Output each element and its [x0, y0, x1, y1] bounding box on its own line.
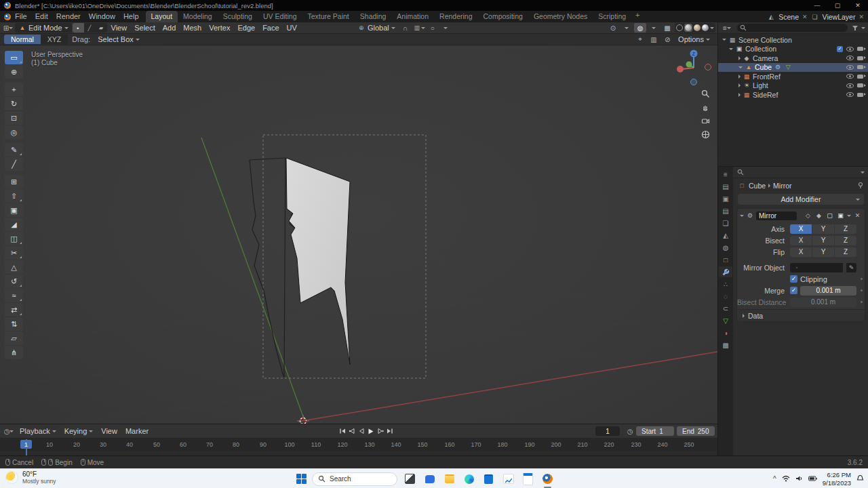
taskbar-icon-calendar[interactable] [521, 472, 535, 486]
filter-funnel-icon[interactable] [852, 25, 859, 31]
current-frame-field[interactable]: 1 [595, 426, 620, 436]
menu-select[interactable]: Select [131, 24, 159, 32]
maximize-button[interactable]: ▢ [827, 0, 848, 11]
display-render-icon[interactable]: ▣ [836, 211, 845, 220]
menu-view[interactable]: View [108, 24, 131, 32]
frame-end-field[interactable]: End250 [677, 426, 715, 436]
workspace-tab-texture-paint[interactable]: Texture Paint [302, 11, 355, 22]
expand-icon[interactable] [738, 56, 741, 60]
row-scene-collection[interactable]: ▦ Scene Collection [718, 35, 868, 45]
flip-x-toggle[interactable]: X [790, 247, 812, 257]
zoom-icon[interactable] [699, 87, 711, 100]
workspace-tab-rendering[interactable]: Rendering [434, 11, 477, 22]
modifier-mini-icon[interactable]: ⚙ [774, 64, 782, 70]
pan-hand-icon[interactable] [699, 101, 711, 113]
tab-object-data[interactable]: ▽ [719, 315, 732, 326]
eyedropper-icon[interactable]: ✎ [846, 263, 856, 272]
workspace-tab-shading[interactable]: Shading [355, 11, 392, 22]
tool-move[interactable]: + [5, 83, 23, 96]
tab-particles[interactable]: ∴ [719, 279, 732, 289]
menu-window[interactable]: Window [85, 11, 119, 22]
tool-edge-slide[interactable]: ⇄ [5, 303, 23, 317]
face-select-button[interactable]: ▰ [96, 23, 107, 33]
clipping-checkbox[interactable]: ✓ [790, 275, 797, 283]
bisect-x-toggle[interactable]: X [790, 236, 812, 245]
tab-scene[interactable]: ◭ [719, 230, 732, 241]
camera-view-icon[interactable] [699, 115, 711, 127]
next-keyframe-button[interactable] [376, 426, 384, 436]
jump-to-end-button[interactable] [385, 426, 394, 436]
tool-rotate[interactable]: ↻ [5, 97, 23, 110]
row-cube[interactable]: ▲ Cube ⚙ ▽ [718, 63, 868, 73]
render-visibility-icon[interactable] [857, 83, 863, 87]
menu-uv[interactable]: UV [283, 24, 300, 32]
hide-eye-icon[interactable] [846, 47, 854, 52]
scene-unlink-icon[interactable]: ✕ [802, 14, 808, 20]
properties-editor-icon[interactable]: ≡ [719, 169, 732, 180]
tool-spin[interactable]: ↺ [5, 274, 23, 288]
playback-menu[interactable]: Playback [16, 426, 60, 436]
workspace-tab-modeling[interactable]: Modeling [178, 11, 218, 22]
edge-select-button[interactable]: ╱ [84, 23, 96, 33]
shading-wireframe-icon[interactable] [676, 24, 683, 31]
tool-scale[interactable]: ⊡ [5, 111, 23, 125]
scene-selector[interactable]: Scene [778, 13, 799, 21]
minimize-button[interactable]: — [807, 0, 827, 11]
proportional-dropdown[interactable] [439, 23, 452, 33]
workspace-tab-geometry-nodes[interactable]: Geometry Nodes [528, 11, 593, 22]
tab-world[interactable]: ◍ [719, 242, 732, 253]
menu-edit[interactable]: Edit [31, 11, 52, 22]
bisect-y-toggle[interactable]: Y [812, 236, 834, 245]
tab-xyz[interactable]: XYZ [41, 35, 68, 44]
expand-icon[interactable] [729, 48, 733, 50]
tray-chevron-up-icon[interactable]: ^ [773, 475, 776, 483]
menu-file[interactable]: File [11, 11, 31, 22]
collapse-icon[interactable] [740, 215, 744, 217]
overlays-dropdown[interactable] [648, 23, 660, 33]
properties-options-dropdown[interactable] [861, 171, 865, 174]
taskbar-icon-blender[interactable] [540, 472, 555, 486]
render-visibility-icon[interactable] [857, 47, 863, 51]
animate-decorator[interactable] [861, 289, 863, 291]
tool-measure[interactable]: ╱ [5, 157, 23, 171]
jump-to-start-button[interactable] [338, 426, 347, 436]
proportional-edit-icon[interactable]: ○ [427, 23, 439, 33]
tab-texture[interactable]: ▩ [719, 340, 732, 350]
tab-material[interactable]: ◑ [719, 327, 732, 338]
workspace-tab-compositing[interactable]: Compositing [478, 11, 528, 22]
merge-checkbox[interactable]: ✓ [790, 287, 797, 294]
timeline-ruler[interactable]: 10 20 30 40 50 60 70 80 90 100 110 120 1… [0, 439, 717, 451]
tool-cursor[interactable]: ⊕ [5, 65, 23, 79]
vertex-select-button[interactable]: ▪ [73, 23, 84, 33]
axis-y-toggle[interactable]: Y [812, 224, 834, 234]
show-gizmo-icon[interactable]: ⊙ [607, 23, 619, 33]
breadcrumb-modifier[interactable]: Mirror [773, 182, 791, 190]
prev-keyframe-button[interactable] [347, 426, 356, 436]
tool-inset-faces[interactable]: ▣ [5, 203, 23, 217]
menu-add[interactable]: Add [159, 24, 180, 32]
display-in-edit-mode-icon[interactable]: ◆ [814, 211, 823, 220]
modifier-name-field[interactable]: Mirror [756, 211, 797, 220]
tab-view-layer[interactable]: ❏ [719, 218, 732, 228]
menu-edge[interactable]: Edge [234, 24, 258, 32]
tool-knife[interactable]: ✂ [5, 246, 23, 260]
xray-toggle-icon[interactable]: ▩ [661, 23, 673, 33]
shading-solid-active[interactable] [684, 24, 692, 32]
expand-icon[interactable] [738, 75, 741, 79]
render-visibility-icon[interactable] [857, 56, 863, 60]
snap-magnet-icon[interactable]: ∩ [399, 23, 412, 33]
axis-z-toggle[interactable]: Z [835, 224, 856, 234]
expand-icon[interactable] [738, 66, 743, 68]
data-subpanel[interactable]: Data [737, 309, 865, 321]
close-button[interactable]: ✕ [848, 0, 868, 11]
display-on-cage-icon[interactable]: ◇ [804, 211, 812, 220]
tool-rip-region[interactable]: ⋔ [5, 346, 23, 359]
workspace-tab-animation[interactable]: Animation [391, 11, 434, 22]
taskbar-icon-stocks[interactable] [501, 472, 515, 486]
snap-options-icon[interactable]: ▥ [648, 35, 660, 44]
modifier-extras-dropdown[interactable] [847, 215, 851, 217]
transform-pivot-icon[interactable]: ⌖ [634, 35, 646, 44]
tool-smooth[interactable]: ≈ [5, 289, 23, 302]
show-gizmo-dropdown[interactable] [620, 23, 633, 33]
shading-rendered-icon[interactable] [702, 24, 709, 31]
